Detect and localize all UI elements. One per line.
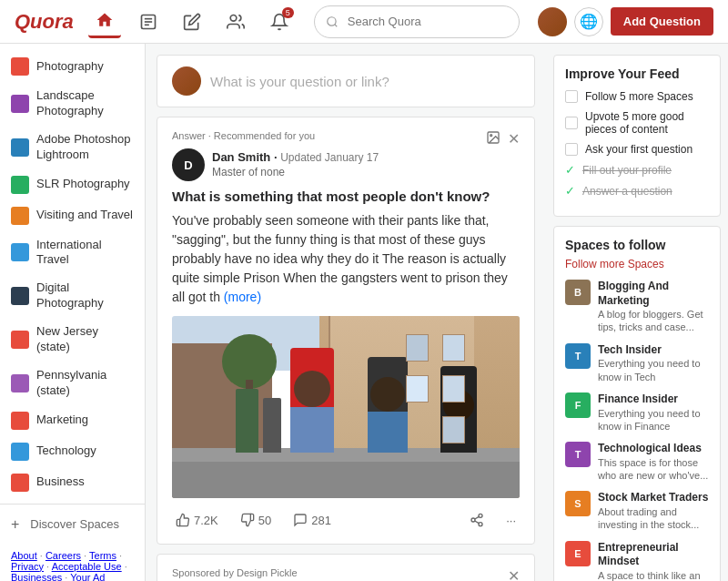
notifications-nav-icon[interactable]: 5: [263, 5, 296, 38]
space-info-1: Tech Insider Everything you need to know…: [598, 343, 709, 383]
space-name-0: Blogging And Marketing: [598, 280, 709, 308]
space-item-0[interactable]: B Blogging And Marketing A blog for blog…: [565, 280, 709, 334]
sidebar-icon-10: [11, 443, 29, 461]
comment-count: 281: [311, 514, 331, 527]
space-item-5[interactable]: E Entrepreneurial Mindset A space to thi…: [565, 541, 709, 581]
close-button[interactable]: ✕: [508, 130, 520, 148]
sidebar-item-9[interactable]: Marketing: [0, 405, 145, 436]
space-info-5: Entrepreneurial Mindset A space to think…: [598, 541, 709, 581]
sidebar-item-3[interactable]: SLR Photography: [0, 169, 145, 200]
sidebar-label-11: Business: [36, 474, 85, 490]
sponsored-close-button[interactable]: ✕: [508, 567, 520, 581]
sidebar-icon-1: [11, 95, 29, 113]
sidebar-item-11[interactable]: Business: [0, 467, 145, 498]
sponsored-label: Sponsored by Design Pickle: [172, 567, 500, 578]
sidebar-icon-11: [11, 474, 29, 492]
write-nav-icon[interactable]: [176, 5, 208, 38]
follow-spaces-link[interactable]: Follow more Spaces: [565, 258, 709, 270]
sidebar-item-10[interactable]: Technology: [0, 436, 145, 467]
sidebar-label-10: Technology: [36, 443, 96, 459]
quora-logo[interactable]: Quora: [15, 10, 74, 34]
checkbox-2[interactable]: [565, 143, 578, 156]
sidebar-icon-7: [11, 331, 29, 349]
search-input[interactable]: [314, 5, 520, 38]
checkbox-1[interactable]: [565, 117, 578, 129]
space-item-4[interactable]: S Stock Market Traders About trading and…: [565, 491, 709, 531]
sidebar-label-8: Pennsylvania (state): [36, 368, 134, 399]
footer-businesses[interactable]: Businesses: [11, 572, 62, 581]
more-options-button[interactable]: ···: [502, 510, 520, 531]
author-title: Master of none: [212, 166, 379, 180]
upvote-button[interactable]: 7.2K: [172, 509, 222, 531]
answers-nav-icon[interactable]: [132, 5, 165, 38]
space-name-2: Finance Insider: [598, 392, 709, 407]
improve-feed-section: Improve Your Feed Follow 5 more SpacesUp…: [553, 55, 721, 217]
share-button[interactable]: [466, 509, 488, 531]
checkbox-0[interactable]: [565, 90, 578, 103]
svg-point-9: [479, 523, 482, 526]
main-layout: Photography Landscape Photography Adobe …: [0, 44, 728, 581]
people-nav-icon[interactable]: [219, 5, 252, 38]
space-info-3: Technological Ideas This space is for th…: [598, 442, 709, 482]
more-link[interactable]: (more): [224, 290, 261, 304]
space-icon-3: T: [565, 442, 591, 467]
footer-privacy[interactable]: Privacy: [11, 561, 44, 572]
footer-acceptable[interactable]: Acceptable Use: [52, 561, 122, 572]
ask-box[interactable]: What is your question or link?: [157, 55, 535, 107]
language-button[interactable]: 🌐: [574, 7, 603, 36]
sidebar-icon-4: [11, 207, 29, 225]
space-desc-1: Everything you need to know in Tech: [598, 357, 709, 383]
answer-author: D Dan Smith · Updated January 17 Master …: [172, 148, 379, 181]
space-name-4: Stock Market Traders: [598, 491, 709, 505]
svg-line-11: [475, 516, 480, 519]
author-avatar: D: [172, 148, 205, 181]
answer-actions: 7.2K 50 281 ···: [172, 509, 520, 531]
improve-text-2: Ask your first question: [585, 143, 693, 156]
space-info-2: Finance Insider Everything you need to k…: [598, 392, 709, 433]
sidebar-icon-8: [11, 374, 29, 392]
answer-image[interactable]: [172, 316, 520, 498]
sidebar-item-2[interactable]: Adobe Photoshop Lightroom: [0, 126, 145, 169]
space-item-2[interactable]: F Finance Insider Everything you need to…: [565, 392, 709, 433]
sidebar-item-1[interactable]: Landscape Photography: [0, 82, 145, 126]
answer-image-icon: [486, 130, 500, 148]
ask-avatar: [172, 66, 201, 96]
sidebar-icon-6: [11, 287, 29, 305]
sidebar-label-4: Visiting and Travel: [36, 208, 133, 223]
sponsored-card: Sponsored by Design Pickle How can I get…: [157, 554, 535, 581]
space-item-3[interactable]: T Technological Ideas This space is for …: [565, 442, 709, 482]
downvote-button[interactable]: 50: [237, 509, 275, 531]
sidebar-item-7[interactable]: New Jersey (state): [0, 318, 145, 362]
left-sidebar: Photography Landscape Photography Adobe …: [0, 44, 146, 581]
main-content: What is your question or link? Answer · …: [146, 44, 546, 581]
ask-placeholder[interactable]: What is your question or link?: [210, 74, 520, 89]
comment-button[interactable]: 281: [289, 509, 335, 531]
home-nav-icon[interactable]: [88, 5, 121, 38]
footer-careers[interactable]: Careers: [46, 550, 81, 561]
space-icon-1: T: [565, 343, 591, 369]
sidebar-item-0[interactable]: Photography: [0, 51, 145, 82]
add-question-button[interactable]: Add Question: [611, 7, 713, 36]
sidebar-label-3: SLR Photography: [36, 177, 130, 192]
improve-item-2: Ask your first question: [565, 143, 709, 156]
sidebar-item-5[interactable]: International Travel: [0, 231, 145, 275]
user-avatar[interactable]: [538, 7, 567, 36]
improve-item-4: ✓Answer a question: [565, 184, 709, 198]
sidebar-item-4[interactable]: Visiting and Travel: [0, 200, 145, 231]
space-item-1[interactable]: T Tech Insider Everything you need to kn…: [565, 343, 709, 383]
space-icon-5: E: [565, 541, 591, 566]
space-icon-2: F: [565, 392, 591, 418]
notification-badge: 5: [282, 7, 294, 18]
navbar: Quora 5 🌐 Add Question: [0, 0, 728, 44]
discover-spaces-item[interactable]: + Discover Spaces: [0, 510, 145, 539]
sidebar-label-6: Digital Photography: [36, 280, 134, 311]
sidebar-icon-9: [11, 412, 29, 430]
discover-spaces-label: Discover Spaces: [30, 517, 119, 531]
sidebar-icon-2: [11, 138, 29, 157]
sidebar-item-8[interactable]: Pennsylvania (state): [0, 362, 145, 405]
footer-terms[interactable]: Terms: [89, 550, 116, 561]
sidebar-item-6[interactable]: Digital Photography: [0, 274, 145, 318]
author-name[interactable]: Dan Smith · Updated January 17: [212, 150, 379, 166]
footer-about[interactable]: About: [11, 550, 37, 561]
answer-label: Answer · Recommended for you: [172, 130, 379, 141]
